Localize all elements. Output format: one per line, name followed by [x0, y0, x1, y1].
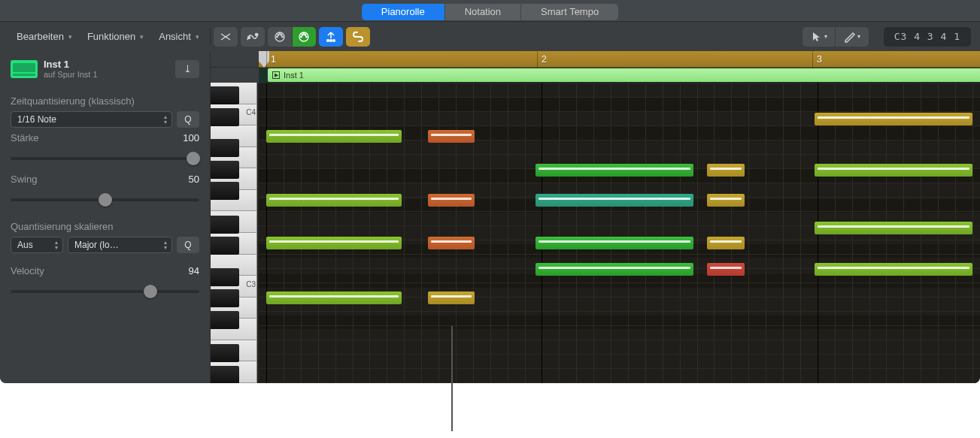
midi-note[interactable]	[815, 263, 972, 276]
black-key[interactable]	[211, 182, 239, 200]
quantize-select[interactable]: 1/16 Note▴▾	[11, 111, 172, 128]
svg-point-5	[277, 36, 278, 38]
midi-note[interactable]	[536, 237, 693, 249]
track-name: Inst 1	[44, 59, 169, 70]
catch-playhead-icon[interactable]	[319, 27, 343, 47]
midi-region[interactable]: ▶ Inst 1	[268, 68, 980, 82]
svg-point-10	[305, 34, 307, 35]
midi-note[interactable]	[536, 194, 693, 207]
velocity-slider[interactable]	[11, 284, 199, 299]
scale-quantize-label: Quantisierung skalieren	[11, 221, 199, 232]
black-key[interactable]	[211, 139, 239, 157]
quantize-label: Zeitquantisierung (klassisch)	[11, 95, 199, 107]
svg-point-9	[302, 34, 304, 35]
toolbar: Bearbeiten▾ Funktionen▾ Ansicht▾ ▾ ▾ C3 …	[0, 21, 980, 51]
black-key[interactable]	[211, 268, 239, 286]
midi-note[interactable]	[428, 237, 475, 249]
pencil-tool[interactable]: ▾	[836, 27, 869, 47]
velocity-value: 94	[189, 265, 199, 276]
midi-note[interactable]	[428, 130, 475, 143]
quantize-button[interactable]: Q	[177, 111, 199, 128]
svg-point-3	[278, 34, 279, 35]
bar-marker-3: 3	[812, 51, 822, 68]
stepper-icon: ▴▾	[55, 240, 58, 250]
svg-point-11	[301, 36, 302, 38]
swing-value: 50	[189, 174, 199, 185]
stepper-icon: ▴▾	[164, 240, 167, 250]
svg-point-4	[281, 34, 282, 35]
menu-view-label: Ansicht	[159, 31, 191, 42]
black-key[interactable]	[211, 237, 239, 255]
menu-edit[interactable]: Bearbeiten▾	[9, 27, 80, 47]
scale-onoff-value: Aus	[17, 240, 33, 250]
tab-smart-tempo[interactable]: Smart Tempo	[521, 4, 618, 20]
scale-onoff-select[interactable]: Aus▴▾	[11, 237, 63, 253]
midi-note[interactable]	[428, 194, 475, 207]
black-key[interactable]	[211, 86, 239, 104]
tab-pianoroll[interactable]: Pianorolle	[362, 4, 445, 20]
scale-quantize-button[interactable]: Q	[177, 237, 199, 253]
strength-label: Stärke	[11, 132, 39, 143]
strength-value: 100	[183, 132, 199, 143]
collapse-icon[interactable]	[214, 27, 238, 47]
strength-slider[interactable]	[11, 151, 199, 166]
black-key[interactable]	[211, 216, 239, 234]
midi-in-icon[interactable]	[268, 27, 292, 47]
midi-note[interactable]	[266, 130, 402, 143]
swing-slider[interactable]	[11, 192, 199, 207]
midi-note[interactable]	[266, 291, 402, 304]
svg-point-0	[247, 36, 250, 38]
midi-note[interactable]	[536, 164, 693, 177]
link-icon[interactable]	[346, 27, 370, 47]
automation-icon[interactable]	[241, 27, 265, 47]
key-label-c3: C3	[246, 280, 256, 382]
midi-note[interactable]	[815, 222, 972, 234]
tab-notation[interactable]: Notation	[445, 4, 521, 20]
midi-out-icon[interactable]	[292, 27, 316, 47]
piano-keyboard[interactable]: C4C3	[211, 51, 259, 383]
midi-note[interactable]	[707, 237, 745, 249]
svg-point-16	[333, 39, 335, 41]
chevron-down-icon: ▾	[140, 33, 144, 41]
pointer-tool[interactable]: ▾	[803, 27, 836, 47]
midi-note[interactable]	[707, 164, 745, 177]
midi-note[interactable]	[815, 113, 972, 125]
region-strip: ▶ Inst 1	[259, 68, 980, 83]
track-header: Inst 1 auf Spur Inst 1 ⤓	[11, 59, 199, 79]
catch-button[interactable]: ⤓	[175, 60, 199, 78]
bar-ruler[interactable]: 1 2 3	[259, 51, 980, 68]
svg-point-14	[327, 39, 329, 41]
chevron-down-icon: ▾	[824, 33, 827, 40]
black-key[interactable]	[211, 366, 239, 383]
midi-note[interactable]	[707, 263, 745, 276]
black-key[interactable]	[211, 311, 239, 329]
svg-point-6	[282, 36, 284, 38]
midi-note[interactable]	[266, 237, 402, 249]
callout-line	[451, 326, 453, 431]
midi-note[interactable]	[815, 164, 972, 177]
piano-roll-window: Pianorolle Notation Smart Tempo Bearbeit…	[0, 0, 980, 383]
black-key[interactable]	[211, 161, 239, 179]
note-grid-area: 1 2 3 ▶ Inst 1	[259, 51, 980, 383]
midi-note[interactable]	[428, 291, 475, 304]
svg-point-7	[279, 33, 281, 35]
position-readout[interactable]: C3 4 3 4 1	[884, 27, 971, 47]
swing-label: Swing	[11, 174, 37, 185]
svg-point-15	[330, 39, 332, 41]
note-grid[interactable]	[259, 83, 980, 383]
midi-note[interactable]	[707, 194, 745, 207]
black-key[interactable]	[211, 289, 239, 307]
region-name: Inst 1	[284, 71, 304, 80]
stepper-icon: ▴▾	[164, 114, 167, 125]
scale-type-select[interactable]: Major (lo…▴▾	[68, 237, 172, 253]
main-area: Inst 1 auf Spur Inst 1 ⤓ Zeitquantisieru…	[0, 51, 980, 383]
black-key[interactable]	[211, 344, 239, 362]
inspector-panel: Inst 1 auf Spur Inst 1 ⤓ Zeitquantisieru…	[0, 51, 211, 383]
midi-note[interactable]	[536, 263, 693, 276]
midi-note[interactable]	[266, 194, 402, 207]
play-icon: ▶	[272, 71, 280, 79]
black-key[interactable]	[211, 108, 239, 126]
chevron-down-icon: ▾	[68, 33, 72, 41]
menu-view[interactable]: Ansicht▾	[151, 27, 207, 47]
menu-functions[interactable]: Funktionen▾	[80, 27, 151, 47]
